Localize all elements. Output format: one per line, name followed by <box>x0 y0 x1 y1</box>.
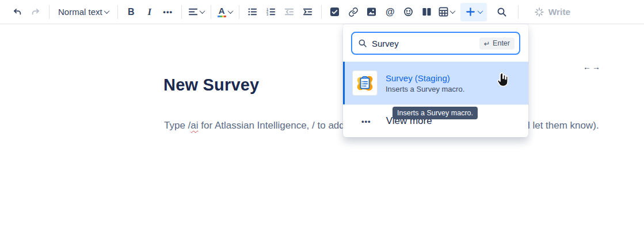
emoji-icon <box>403 7 413 17</box>
outdent-button[interactable] <box>280 3 299 21</box>
page-width-toggle[interactable]: ← → <box>583 62 600 71</box>
chevron-down-icon <box>199 8 205 14</box>
text-style-dropdown[interactable]: Normal text <box>54 3 113 21</box>
more-formatting-icon: ••• <box>163 7 173 16</box>
indent-button[interactable] <box>299 3 317 21</box>
find-replace-button[interactable] <box>493 3 511 21</box>
table-icon <box>439 7 448 17</box>
confluence-editor: Normal text B I ••• A <box>0 0 644 241</box>
macro-search-box[interactable]: ↵ Enter <box>351 32 520 55</box>
insert-element-menu: ↵ Enter <box>343 24 528 137</box>
insert-image-button[interactable] <box>363 3 381 21</box>
outdent-icon <box>284 7 294 17</box>
chevron-down-icon <box>477 8 483 14</box>
insert-element-dropdown[interactable] <box>460 3 487 21</box>
arrow-right-icon: → <box>592 62 600 71</box>
survey-macro-icon <box>352 70 378 96</box>
macro-search-input[interactable] <box>372 39 475 48</box>
toolbar-divider <box>49 5 49 19</box>
toolbar-divider <box>181 5 182 19</box>
search-icon <box>497 7 507 17</box>
link-button[interactable] <box>344 3 363 21</box>
editor-toolbar: Normal text B I ••• A <box>0 0 644 24</box>
macro-result-survey-staging[interactable]: Survey (Staging) Inserts a Survey macro. <box>343 62 528 104</box>
text-color-icon: A <box>218 6 226 17</box>
result-description: Inserts a Survey macro. <box>386 85 464 93</box>
undo-button[interactable] <box>8 3 26 21</box>
bold-icon: B <box>128 7 135 17</box>
result-title: Survey (Staging) <box>386 73 464 83</box>
bold-button[interactable]: B <box>122 3 140 21</box>
text-color-dropdown[interactable]: A <box>215 3 235 21</box>
table-dropdown[interactable] <box>436 3 457 21</box>
bullet-list-button[interactable] <box>243 3 262 21</box>
indent-icon <box>303 7 313 17</box>
toolbar-divider <box>211 5 211 19</box>
placeholder-misspelled-word: ai <box>190 120 198 131</box>
redo-icon <box>31 7 41 17</box>
result-text-block: Survey (Staging) Inserts a Survey macro. <box>386 73 464 93</box>
search-icon <box>358 39 367 48</box>
redo-button[interactable] <box>26 3 45 21</box>
image-icon <box>367 7 376 17</box>
return-key-icon: ↵ <box>484 39 490 48</box>
chevron-down-icon <box>449 8 455 14</box>
task-list-button[interactable] <box>326 3 344 21</box>
numbered-list-button[interactable]: 123 <box>262 3 280 21</box>
placeholder-segment: Type / <box>164 120 190 131</box>
write-label: Write <box>548 7 570 17</box>
toolbar-divider <box>239 5 239 19</box>
text-align-dropdown[interactable] <box>186 3 207 21</box>
toolbar-divider <box>518 5 519 19</box>
bullet-list-icon <box>247 7 257 17</box>
link-icon <box>348 7 359 17</box>
enter-hint-badge: ↵ Enter <box>479 37 515 50</box>
chevron-down-icon <box>227 8 233 14</box>
chevron-down-icon <box>104 8 109 14</box>
emoji-button[interactable] <box>399 3 418 21</box>
toolbar-divider <box>117 5 118 19</box>
numbered-list-icon: 123 <box>266 7 276 17</box>
mention-icon: @ <box>386 7 395 17</box>
ai-sparkle-icon <box>534 7 544 17</box>
plus-icon <box>465 6 476 17</box>
italic-button[interactable]: I <box>140 3 159 21</box>
text-style-label: Normal text <box>58 7 102 17</box>
layouts-icon <box>422 7 432 17</box>
enter-hint-label: Enter <box>493 39 510 47</box>
mention-button[interactable]: @ <box>381 3 399 21</box>
layouts-button[interactable] <box>418 3 436 21</box>
toolbar-divider <box>321 5 322 19</box>
more-formatting-button[interactable]: ••• <box>159 3 177 21</box>
arrow-left-icon: ← <box>583 62 591 71</box>
more-options-icon: ••• <box>361 117 371 126</box>
undo-icon <box>12 7 22 17</box>
ai-write-button[interactable]: Write <box>532 3 573 21</box>
mouse-cursor-icon <box>496 72 511 88</box>
page-title[interactable]: New Survey <box>163 76 259 95</box>
align-left-icon <box>188 7 198 17</box>
task-checkbox-icon <box>330 7 340 17</box>
macro-tooltip: Inserts a Survey macro. <box>393 107 478 119</box>
svg-text:3: 3 <box>266 13 268 16</box>
italic-icon: I <box>147 6 151 18</box>
